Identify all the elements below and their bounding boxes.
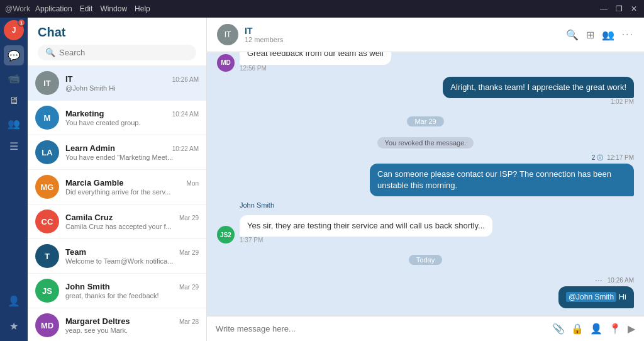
- message-incoming: JS2 Yes sir, they are testing their serv…: [217, 215, 634, 243]
- date-divider: Today: [217, 254, 634, 265]
- message-bubble: Alright, thanks team! I appreciate the g…: [443, 77, 634, 98]
- send-icon[interactable]: ▶: [628, 323, 635, 335]
- chat-item-preview: great, thanks for the feedback!: [65, 292, 199, 299]
- chat-item-name: Margaret Deltres: [65, 316, 130, 326]
- message-incoming: MD Great feedback from our team as well …: [217, 52, 634, 72]
- chat-list-item[interactable]: JS John Smith Mar 29 great, thanks for t…: [28, 274, 206, 308]
- message-bubble: Can someone please contact our ISP? The …: [370, 164, 634, 196]
- chat-list-sidebar: Chat 🔍 IT IT 10:26 AM @John Smith Hi M M…: [28, 18, 207, 341]
- menu-application[interactable]: Application: [35, 4, 72, 13]
- message-time: 1:37 PM: [240, 237, 492, 243]
- members-icon[interactable]: 👥: [602, 29, 614, 41]
- chat-item-time: Mar 29: [179, 249, 199, 256]
- chat-item-name: IT: [65, 74, 73, 84]
- location-icon[interactable]: 📍: [609, 323, 621, 335]
- chat-list-title: Chat: [38, 25, 196, 40]
- chat-avatar: IT: [35, 71, 59, 95]
- chat-item-time: 10:26 AM: [172, 76, 199, 83]
- chat-item-time: Mar 28: [179, 318, 199, 325]
- chat-item-preview: @John Smith Hi: [65, 84, 199, 92]
- more-options-button[interactable]: ···: [622, 29, 634, 41]
- chat-avatar: T: [35, 244, 59, 268]
- sidebar-icon-menu[interactable]: ☰: [4, 136, 24, 156]
- message-avatar: MD: [217, 54, 235, 72]
- search-chat-icon[interactable]: 🔍: [566, 29, 579, 41]
- chat-item-time: 10:22 AM: [172, 145, 199, 152]
- chat-avatar: LA: [35, 140, 59, 164]
- notification-badge: 1: [18, 19, 25, 26]
- chat-item-name: John Smith: [65, 282, 110, 291]
- chat-list-item[interactable]: LA Learn Admin 10:22 AM You have ended "…: [28, 135, 206, 170]
- close-button[interactable]: ✕: [629, 4, 639, 13]
- search-input[interactable]: [59, 48, 189, 57]
- chat-list-item[interactable]: CC Camila Cruz Mar 29 Camila Cruz has ac…: [28, 204, 206, 239]
- message-outgoing-mention: ··· 10:26 AM @John Smith Hi: [217, 275, 634, 308]
- chat-item-name: Marketing: [65, 109, 104, 118]
- chat-item-name: Team: [65, 247, 86, 257]
- menu-help[interactable]: Help: [135, 4, 150, 13]
- lock-icon[interactable]: 🔒: [571, 323, 584, 335]
- grid-icon[interactable]: ⊞: [586, 29, 594, 41]
- message-time: 12:56 PM: [240, 65, 391, 72]
- chat-item-name: Marcia Gamble: [65, 178, 124, 187]
- titlebar: @Work Application Edit Window Help — ❐ ✕: [0, 0, 644, 18]
- system-message: You revoked the message.: [217, 137, 634, 148]
- chat-avatar: MG: [35, 175, 59, 199]
- user-avatar[interactable]: J 1: [4, 20, 24, 40]
- chat-list-item[interactable]: T Team Mar 29 Welcome to Team@Work notif…: [28, 239, 206, 274]
- minimize-button[interactable]: —: [599, 4, 609, 13]
- chat-header-avatar: IT: [217, 24, 238, 45]
- chat-item-time: Mon: [187, 180, 199, 187]
- sidebar-icon-star[interactable]: ★: [4, 316, 24, 336]
- chat-list-item[interactable]: IT IT 10:26 AM @John Smith Hi: [28, 66, 206, 101]
- search-icon: 🔍: [45, 48, 55, 57]
- attach-icon[interactable]: 📎: [552, 323, 565, 335]
- chat-item-time: Mar 29: [179, 215, 199, 221]
- message-row: JS2 Yes sir, they are testing their serv…: [217, 215, 634, 243]
- sidebar-icon-contacts[interactable]: 👥: [4, 113, 24, 133]
- message-time: 10:26 AM: [608, 277, 634, 284]
- chat-avatar: CC: [35, 210, 59, 233]
- chat-avatar: JS: [35, 279, 59, 303]
- chat-avatar: MD: [35, 313, 59, 337]
- chat-header: IT IT 12 members 🔍 ⊞ 👥 ···: [207, 18, 644, 52]
- maximize-button[interactable]: ❐: [614, 4, 624, 13]
- sender-label: John Smith: [240, 201, 634, 209]
- menu-window[interactable]: Window: [100, 4, 127, 13]
- chat-item-preview: You have created group.: [65, 119, 199, 126]
- message-bubble: Yes sir, they are testing their service …: [240, 215, 492, 237]
- chat-header-name: IT: [245, 26, 283, 36]
- sidebar-icon-user[interactable]: 👤: [4, 291, 24, 311]
- message-input[interactable]: [216, 324, 546, 333]
- message-time: 12:17 PM: [607, 154, 634, 161]
- chat-items-list: IT IT 10:26 AM @John Smith Hi M Marketin…: [28, 66, 206, 341]
- date-badge: Mar 29: [407, 116, 443, 126]
- chat-item-preview: Welcome to Team@Work notifica...: [65, 257, 199, 265]
- chat-item-preview: Camila Cruz has accepted your f...: [65, 223, 199, 230]
- icon-sidebar: J 1 💬 📹 🖥 👥 ☰ 👤 ★: [0, 18, 28, 341]
- chat-list-header: Chat 🔍: [28, 18, 206, 66]
- chat-item-time: Mar 29: [179, 284, 199, 291]
- message-outgoing: Alright, thanks team! I appreciate the g…: [217, 77, 634, 105]
- message-bubble: Great feedback from our team as well: [240, 52, 391, 65]
- sidebar-icon-chat[interactable]: 💬: [4, 45, 24, 65]
- date-badge: Today: [409, 255, 442, 265]
- chat-list-item[interactable]: MD Margaret Deltres Mar 28 yeap. see you…: [28, 308, 206, 341]
- message-row: MD Great feedback from our team as well …: [217, 52, 634, 72]
- sidebar-icon-video[interactable]: 📹: [4, 68, 24, 88]
- message-outgoing-bright: 2 ⓘ 12:17 PM Can someone please contact …: [217, 154, 634, 196]
- chat-list-item[interactable]: M Marketing 10:24 AM You have created gr…: [28, 101, 206, 135]
- chat-main: IT IT 12 members 🔍 ⊞ 👥 ··· We sent the c…: [207, 18, 644, 341]
- sidebar-icon-screen[interactable]: 🖥: [4, 91, 24, 111]
- chat-item-preview: You have ended "Marketing Meet...: [65, 154, 199, 161]
- search-box: 🔍: [38, 45, 196, 60]
- chat-item-name: Learn Admin: [65, 143, 115, 153]
- message-bubble: @John Smith Hi: [558, 286, 634, 308]
- message-avatar: JS2: [217, 226, 235, 243]
- user-mention-icon[interactable]: 👤: [590, 323, 602, 335]
- chat-item-preview: yeap. see you Mark.: [65, 327, 199, 334]
- input-area: 📎 🔒 👤 📍 ▶: [207, 316, 644, 341]
- chat-list-item[interactable]: MG Marcia Gamble Mon Did everything arri…: [28, 170, 206, 204]
- menu-edit[interactable]: Edit: [80, 4, 93, 13]
- chat-item-time: 10:24 AM: [172, 111, 199, 118]
